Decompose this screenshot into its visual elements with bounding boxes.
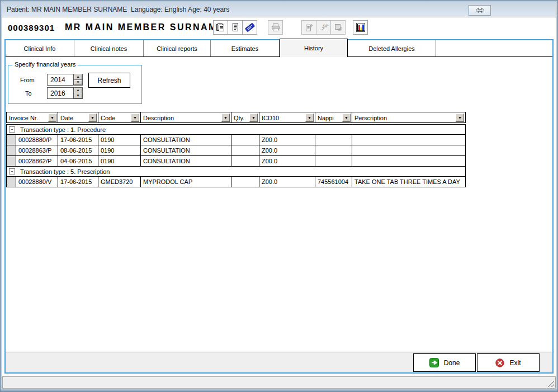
cell-date: 04-06-2015	[58, 156, 98, 166]
chart-button[interactable]	[353, 20, 368, 35]
print-button[interactable]	[268, 20, 283, 35]
refresh-button[interactable]: Refresh	[88, 73, 130, 88]
column-header-icd10[interactable]: ICD10▼	[259, 112, 315, 122]
cell-qty	[231, 156, 259, 166]
filter-dropdown-icd10[interactable]: ▼	[305, 114, 314, 122]
column-header-date[interactable]: Date▼	[58, 112, 98, 122]
grid-row[interactable]: 00028862/P04-06-20150190CONSULTATIONZ00.…	[7, 156, 465, 167]
column-header-code[interactable]: Code▼	[98, 112, 141, 122]
patient-name: MR MAIN MEMBER SURNAME	[65, 22, 225, 32]
window-title: Patient: MR MAIN MEMBER SURNAME Language…	[7, 6, 229, 13]
cell-description: CONSULTATION	[141, 135, 231, 145]
tab-estimates[interactable]: Estimates	[211, 40, 280, 56]
from-year-spinner[interactable]: 2014 ▲▼	[47, 74, 83, 86]
bookmark-button[interactable]	[242, 20, 257, 35]
cell-date: 08-06-2015	[58, 145, 98, 155]
copy-documents-button[interactable]	[213, 20, 228, 35]
print-button-group	[268, 20, 283, 35]
bookmark-icon	[244, 22, 256, 32]
panel-footer: Done Exit	[6, 352, 552, 372]
cell-nappi	[315, 135, 352, 145]
cell-qty	[231, 135, 259, 145]
sp-script-button[interactable]: SP	[316, 20, 331, 35]
filter-dropdown-qty[interactable]: ▼	[249, 114, 258, 122]
from-spin-up[interactable]: ▲	[74, 74, 82, 80]
toolbar: 000389301 MR MAIN MEMBER SURNAME	[2, 17, 556, 39]
chart-button-group	[353, 20, 368, 35]
to-spin-buttons: ▲▼	[73, 88, 82, 98]
tab-bar: Clinical InfoClinical notesClinical repo…	[6, 40, 552, 57]
history-grid: Invoice Nr.▼Date▼Code▼Description▼Qty.▼I…	[6, 112, 466, 187]
filter-dropdown-invoice[interactable]: ▼	[48, 114, 56, 122]
disabled-button-group: SP	[301, 20, 346, 35]
to-spin-up[interactable]: ▲	[74, 88, 82, 93]
import-document-icon	[304, 22, 314, 32]
export-record-button[interactable]	[330, 20, 346, 35]
import-document-button[interactable]	[301, 20, 316, 35]
group-label: Transaction type : 1. Procedure	[20, 126, 106, 133]
filter-dropdown-description[interactable]: ▼	[221, 114, 230, 122]
grid-row[interactable]: 00028880/V17-06-2015GMED3720MYPRODOL CAP…	[7, 177, 465, 187]
collapse-toggle-icon[interactable]: -	[9, 126, 15, 133]
column-header-qty[interactable]: Qty.▼	[231, 112, 259, 122]
column-label-icd10: ICD10	[262, 115, 279, 121]
titlebar: Patient: MR MAIN MEMBER SURNAME Language…	[2, 2, 556, 17]
status-bar	[2, 376, 556, 389]
tab-clinical-reports[interactable]: Clinical reports	[144, 40, 211, 56]
row-indent	[7, 177, 16, 187]
to-year-spinner[interactable]: 2016 ▲▼	[47, 87, 83, 99]
resize-grip[interactable]	[546, 379, 554, 387]
from-year-value[interactable]: 2014	[48, 74, 73, 85]
cell-code: 0190	[98, 145, 141, 155]
to-label: To	[25, 90, 32, 97]
cell-nappi	[315, 145, 352, 155]
to-spin-down[interactable]: ▼	[74, 93, 82, 99]
export-record-icon	[333, 22, 343, 32]
exit-button[interactable]: Exit	[477, 353, 540, 372]
tab-deleted-allergies[interactable]: Deleted Allergies	[348, 40, 436, 56]
cell-qty	[231, 177, 259, 187]
print-icon	[271, 22, 281, 32]
grid-row[interactable]: 00028863/P08-06-20150190CONSULTATIONZ00.…	[7, 145, 465, 156]
filter-dropdown-code[interactable]: ▼	[131, 114, 139, 122]
column-header-prescription[interactable]: Perscription▼	[352, 112, 465, 122]
column-header-invoice[interactable]: Invoice Nr.▼	[7, 112, 58, 122]
row-indent	[7, 135, 16, 145]
cell-description: MYPRODOL CAP	[141, 177, 231, 187]
column-header-nappi[interactable]: Nappi▼	[315, 112, 352, 122]
filter-dropdown-prescription[interactable]: ▼	[456, 114, 464, 122]
column-label-invoice: Invoice Nr.	[9, 115, 38, 121]
group-row-0[interactable]: -Transaction type : 1. Procedure	[7, 125, 465, 135]
cell-icd10: Z00.0	[259, 145, 315, 155]
tab-panel: Clinical InfoClinical notesClinical repo…	[4, 39, 554, 374]
cell-invoice: 00028863/P	[16, 145, 58, 155]
cell-icd10: Z00.0	[259, 135, 315, 145]
collapse-toggle-icon[interactable]: -	[9, 168, 15, 174]
grid-row[interactable]: 00028880/P17-06-20150190CONSULTATIONZ00.…	[7, 135, 465, 145]
filter-dropdown-nappi[interactable]: ▼	[342, 114, 351, 122]
from-spin-down[interactable]: ▼	[74, 80, 82, 86]
filter-dropdown-date[interactable]: ▼	[88, 114, 97, 122]
group-row-1[interactable]: -Transaction type : 5. Prescription	[7, 167, 465, 177]
column-header-description[interactable]: Description▼	[141, 112, 231, 122]
tab-clinical-notes[interactable]: Clinical notes	[74, 40, 144, 56]
toggle-width-button[interactable]	[469, 5, 491, 16]
exit-label: Exit	[509, 359, 521, 367]
cell-nappi: 745561004	[315, 177, 352, 187]
to-year-value[interactable]: 2016	[48, 88, 73, 98]
patient-id: 000389301	[8, 23, 55, 32]
column-label-prescription: Perscription	[354, 115, 387, 121]
tab-history[interactable]: History	[280, 39, 348, 57]
column-label-qty: Qty.	[234, 115, 244, 121]
cell-prescription	[352, 135, 465, 145]
grid-header: Invoice Nr.▼Date▼Code▼Description▼Qty.▼I…	[6, 112, 466, 123]
column-label-description: Description	[143, 115, 174, 121]
document-button[interactable]	[228, 20, 243, 35]
double-arrow-icon	[475, 7, 485, 13]
document-button-group	[213, 20, 257, 35]
group-label: Transaction type : 5. Prescription	[20, 168, 110, 175]
exit-x-icon	[495, 358, 504, 367]
done-button[interactable]: Done	[413, 353, 476, 372]
financial-years-group: Specify financial years From 2014 ▲▼ Ref…	[8, 65, 142, 104]
tab-clinical-info[interactable]: Clinical Info	[6, 40, 74, 56]
